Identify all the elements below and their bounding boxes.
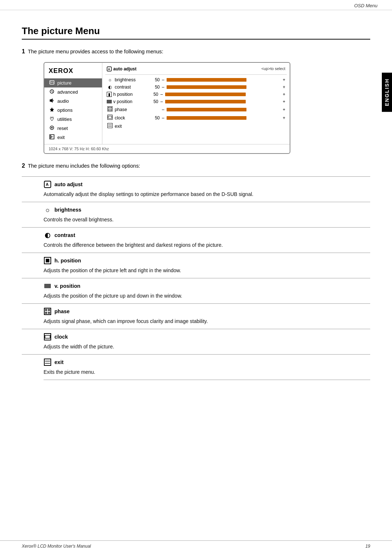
brightness-icon: ☼: [44, 206, 52, 214]
step2-number: 2: [22, 163, 25, 169]
svg-text:A: A: [46, 182, 49, 187]
osd-row-exit: exit: [105, 122, 287, 130]
osd-menu-utilities-label: utilities: [57, 116, 72, 122]
option-clock: clock Adjusts the width of the picture.: [22, 329, 370, 354]
osd-row-clock: clock 50 – +: [105, 114, 287, 122]
contrast-row-icon: ◐: [107, 85, 113, 90]
step1-intro: 1 The picture menu provides access to th…: [22, 48, 370, 55]
svg-text:A: A: [108, 68, 110, 71]
exit-option-icon: [44, 358, 52, 366]
page-footer: Xerox® LCD Monitor User's Manual 19: [0, 540, 392, 549]
osd-row-phase: phase – +: [105, 105, 287, 114]
exit-row-icon: [107, 123, 113, 129]
clock-row-label: clock: [115, 115, 147, 120]
osd-menu-picture[interactable]: picture: [44, 78, 102, 87]
option-v-position-desc: Adjusts the position of the picture up a…: [44, 292, 370, 300]
option-auto-adjust-header: A auto adjust: [44, 180, 370, 188]
page-title: The picture Menu: [22, 25, 370, 37]
hposition-row-icon: ▮: [107, 92, 112, 97]
osd-row-contrast: ◐ contrast 50 – +: [105, 83, 287, 91]
main-content: The picture Menu 1 The picture menu prov…: [0, 15, 392, 402]
vposition-row-label: v position: [113, 99, 146, 104]
osd-footer: 1024 x 768 V: 75 Hz H: 60.60 Khz: [44, 144, 290, 153]
vposition-bar: [165, 100, 281, 103]
osd-menu-reset[interactable]: reset: [44, 124, 102, 133]
svg-rect-31: [48, 309, 50, 311]
option-clock-label: clock: [54, 334, 68, 340]
svg-line-9: [50, 137, 52, 138]
phase-row-icon: [107, 106, 113, 113]
brightness-row-value: 50: [149, 77, 160, 82]
exit-row-label: exit: [115, 124, 147, 129]
option-phase-label: phase: [54, 308, 70, 314]
osd-right-header: A auto adjust <up>to select: [105, 65, 287, 75]
option-clock-desc: Adjusts the width of the picture.: [44, 343, 370, 351]
reset-icon: [49, 125, 55, 131]
osd-menu-options-label: options: [57, 107, 73, 113]
exit-icon-left: [49, 134, 55, 140]
clock-icon: [44, 333, 52, 341]
option-brightness: ☼ brightness Controls the overall bright…: [22, 202, 370, 227]
contrast-icon: ◐: [44, 231, 52, 239]
auto-adjust-icon: A: [44, 180, 52, 188]
osd-menu-audio[interactable]: audio: [44, 97, 102, 106]
osd-row-brightness: ☼ brightness 50 – +: [105, 76, 287, 83]
osd-menu-options[interactable]: options: [44, 106, 102, 115]
osd-menu-audio-label: audio: [57, 98, 69, 104]
footer-left: Xerox® LCD Monitor User's Manual: [22, 544, 91, 549]
svg-point-6: [51, 127, 53, 128]
option-exit-header: exit: [44, 358, 370, 366]
brightness-bar: [167, 78, 281, 82]
option-h-position-header: h. position: [44, 257, 370, 265]
svg-rect-33: [48, 312, 50, 314]
osd-menu-picture-label: picture: [57, 80, 72, 86]
svg-rect-36: [44, 359, 51, 365]
option-v-position-label: v. position: [54, 283, 80, 289]
osd-row-vposition: v position 50 – +: [105, 98, 287, 105]
h-position-icon: [44, 257, 52, 265]
option-v-position-header: v. position: [44, 282, 370, 290]
option-contrast: ◐ contrast Controls the difference betwe…: [22, 227, 370, 253]
osd-menu-advanced-label: advanced: [57, 89, 78, 95]
osd-menu-advanced[interactable]: advanced: [44, 87, 102, 97]
svg-line-8: [50, 135, 52, 137]
advanced-icon: [49, 89, 55, 95]
clock-bar: [167, 116, 281, 120]
svg-rect-35: [45, 335, 50, 338]
option-exit-label: exit: [54, 359, 64, 365]
option-brightness-desc: Controls the overall brightness.: [44, 216, 370, 224]
option-phase-desc: Adjusts signal phase, which can improve …: [44, 318, 370, 325]
osd-menu-reset-label: reset: [57, 126, 68, 131]
step1-number: 1: [22, 48, 25, 54]
osd-menu-exit-left[interactable]: exit: [44, 133, 102, 142]
contrast-row-value: 50: [149, 85, 160, 90]
brightness-row-label: brightness: [115, 77, 147, 82]
v-position-icon: [44, 282, 52, 290]
hposition-bar: [165, 93, 281, 96]
option-contrast-label: contrast: [54, 232, 75, 238]
svg-rect-27: [46, 259, 49, 262]
osd-left-panel: XEROX picture: [44, 63, 102, 144]
footer-right: 19: [366, 544, 370, 549]
osd-menu-utilities[interactable]: utilities: [44, 115, 102, 124]
option-auto-adjust-desc: Automatically adjust the display setting…: [44, 191, 370, 198]
options-icon: [49, 107, 55, 113]
option-h-position: h. position Adjusts the position of the …: [22, 253, 370, 278]
osd-screen: XEROX picture: [44, 62, 290, 154]
option-exit-desc: Exits the picture menu.: [44, 368, 370, 376]
svg-rect-28: [44, 284, 51, 288]
osd-brand: XEROX: [44, 65, 102, 78]
option-clock-header: clock: [44, 333, 370, 341]
option-contrast-desc: Controls the difference between the brig…: [44, 241, 370, 249]
svg-rect-18: [110, 109, 112, 111]
vposition-row-value: 50: [147, 99, 158, 104]
phase-bar: [167, 108, 281, 111]
language-tab: ENGLISH: [382, 73, 392, 112]
header-title: OSD Menu: [354, 3, 377, 8]
contrast-row-label: contrast: [115, 85, 147, 90]
svg-rect-3: [50, 99, 51, 102]
vposition-row-icon: [107, 100, 112, 103]
utilities-icon: [49, 116, 55, 122]
svg-rect-30: [45, 309, 47, 311]
osd-right-panel: A auto adjust <up>to select ☼ brightness…: [102, 63, 290, 144]
